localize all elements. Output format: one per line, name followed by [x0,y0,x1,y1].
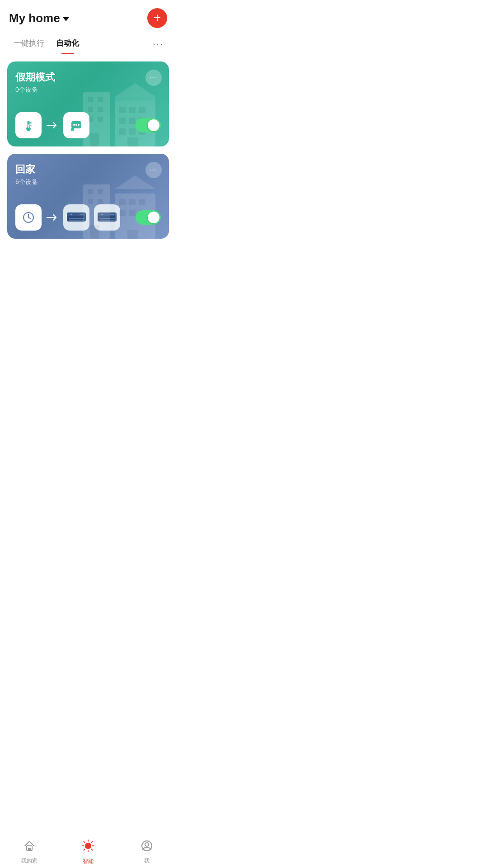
tabs-bar: 一键执行 自动化 ··· [0,33,176,54]
tabs-more-button[interactable]: ··· [149,37,167,52]
card-home-icons [15,204,120,231]
main-content: ··· 假期模式 0个设备 [0,54,176,288]
card-home-title: 回家 [15,163,161,176]
svg-rect-62 [99,218,115,219]
arrow-right-icon [46,122,59,129]
svg-rect-37 [88,199,93,204]
svg-rect-3 [88,107,93,112]
svg-rect-63 [99,220,115,221]
home-title: My home [9,11,60,25]
svg-rect-30 [71,128,74,131]
card-go-home: ··· 回家 6个设备 [7,154,169,239]
more-dots-icon-2: ··· [150,166,158,174]
card-holiday-icons [15,112,89,138]
tab-automation[interactable]: 自动化 [52,34,84,54]
card-home-more-button[interactable]: ··· [145,162,162,178]
cards-list: ··· 假期模式 0个设备 [0,54,176,248]
card-home-footer [15,204,161,231]
svg-rect-64 [110,214,114,215]
ac-unit-1-icon [66,211,87,224]
svg-rect-1 [88,97,93,102]
svg-rect-35 [88,189,93,194]
clock-icon-box [15,204,42,231]
svg-point-65 [102,214,103,215]
svg-point-31 [73,124,75,126]
phone-icon-box [63,112,89,138]
card-home-subtitle: 6个设备 [15,178,161,186]
add-button[interactable]: + [147,8,167,28]
home-title-area[interactable]: My home [9,11,69,25]
ac-unit-2-icon [97,211,117,224]
card-holiday-toggle[interactable] [136,118,161,132]
svg-rect-58 [80,214,83,215]
card-holiday-more-button[interactable]: ··· [145,70,162,86]
svg-rect-19 [115,97,155,104]
header: My home + [0,0,176,33]
svg-rect-18 [127,137,138,146]
phone-icon [69,118,84,132]
arrow-right-icon-2 [46,214,59,221]
plus-icon: + [154,11,161,24]
svg-rect-36 [98,189,103,194]
thermometer-icon [21,118,36,132]
thermometer-icon-box [15,112,42,138]
card-home-toggle[interactable] [136,210,161,225]
svg-rect-4 [98,107,103,112]
svg-point-32 [75,124,77,126]
card-holiday-footer [15,112,161,138]
card-holiday-title: 假期模式 [15,71,161,84]
tab-one-click[interactable]: 一键执行 [9,34,49,54]
ac-unit-2-box [94,204,120,231]
svg-point-33 [78,124,80,126]
clock-icon [21,210,36,225]
svg-rect-47 [127,230,138,239]
svg-point-52 [28,217,29,218]
svg-rect-2 [98,97,103,102]
card-holiday-subtitle: 0个设备 [15,86,161,94]
svg-rect-38 [98,199,103,204]
svg-rect-56 [69,218,84,219]
more-dots-icon: ··· [150,74,158,82]
svg-rect-23 [28,124,29,128]
card-holiday-mode: ··· 假期模式 0个设备 [7,61,169,146]
chevron-down-icon [63,17,69,21]
svg-rect-57 [69,220,84,221]
svg-point-59 [71,214,72,215]
ac-unit-1-box [63,204,89,231]
